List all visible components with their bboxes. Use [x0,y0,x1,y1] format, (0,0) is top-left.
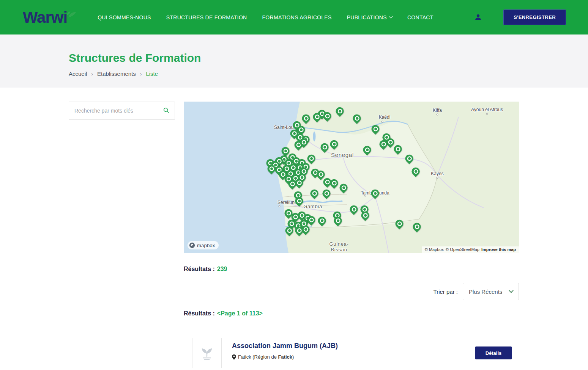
breadcrumb-accueil[interactable]: Accueil [69,71,87,77]
details-button[interactable]: Détails [475,346,512,359]
pagination-label: Résultats : [184,310,215,317]
map-pin[interactable] [321,188,332,199]
mapbox-icon [189,242,195,248]
page-head: Structures de Formation Accueil › Etabli… [0,34,588,88]
map-pin[interactable] [394,218,405,229]
attribution-mapbox: © Mapbox [425,247,444,252]
establishment-thumbnail [192,338,222,368]
results-count: 239 [217,266,227,272]
results-column: Saint-LouisKiffaAyoun el AtrousKaédiSene… [184,102,519,368]
attribution-osm: © OpenStreetMap [446,247,479,252]
register-button[interactable]: S'ENREGISTRER [503,9,566,25]
map-pin[interactable] [348,204,359,215]
map-pin[interactable] [319,141,330,153]
map-pins-layer [184,102,519,253]
map-pin[interactable] [328,138,340,150]
map-pin[interactable] [404,153,415,164]
map-pin[interactable] [369,188,381,199]
logo[interactable]: Warwi [23,9,74,25]
breadcrumb-liste: Liste [146,71,158,77]
location-text: Fatick (Région de Fatick) [238,354,294,360]
results-label: Résultats : [184,266,215,272]
search-button[interactable] [163,107,169,114]
page-title: Structures de Formation [69,51,588,64]
sort-label: Trier par : [434,288,458,295]
map-pin[interactable] [300,113,312,124]
sort-selected-value: Plus Récents [469,288,502,295]
establishment-card: Association Jamm Bugum (AJB) Fatick (Rég… [184,338,519,368]
chevron-down-icon [509,288,514,293]
logo-text: Warwi [23,8,67,26]
search-box [69,102,175,120]
chevron-down-icon [389,15,393,19]
map-pin[interactable] [338,182,349,193]
search-icon [163,107,169,114]
pagination-pages[interactable]: <Page 1 of 113> [217,310,263,317]
establishment-location: Fatick (Région de Fatick) [232,354,338,360]
map-pin[interactable] [410,166,421,177]
breadcrumb: Accueil › Etablissements › Liste [69,71,588,77]
mapbox-logo-text: mapbox [197,243,215,248]
map-pin[interactable] [351,113,363,124]
nav-item-structures-de-formation[interactable]: STRUCTURES DE FORMATION [166,14,247,20]
sort-dropdown[interactable]: Plus Récents [463,283,519,300]
nav-item-qui-sommes-nous[interactable]: QUI SOMMES-NOUS [98,14,151,20]
leaf-icon [66,5,77,21]
mapbox-logo[interactable]: mapbox [188,241,219,249]
main-header: Warwi QUI SOMMES-NOUS STRUCTURES DE FORM… [0,0,588,34]
location-pin-icon [232,354,236,360]
establishment-title[interactable]: Association Jamm Bugum (AJB) [232,342,338,350]
page: Warwi QUI SOMMES-NOUS STRUCTURES DE FORM… [0,0,588,370]
map-pin[interactable] [306,153,317,164]
establishment-info: Association Jamm Bugum (AJB) Fatick (Rég… [232,338,338,368]
nav-item-formations-agricoles[interactable]: FORMATIONS AGRICOLES [262,14,332,20]
main-nav: QUI SOMMES-NOUS STRUCTURES DE FORMATION … [98,14,434,20]
nav-item-contact[interactable]: CONTACT [407,14,434,20]
plant-placeholder-icon [199,345,215,361]
breadcrumb-etablissements[interactable]: Etablissements [97,71,136,77]
map-pin[interactable] [370,123,381,135]
map-pin[interactable] [411,221,422,232]
nav-item-publications[interactable]: PUBLICATIONS [347,14,392,20]
pagination-line: Résultats :<Page 1 of 113> [184,310,519,317]
map[interactable]: Saint-LouisKiffaAyoun el AtrousKaédiSene… [184,102,519,253]
results-count-line: Résultats :239 [184,266,519,273]
breadcrumb-separator: › [140,71,142,77]
improve-map-link[interactable]: Improve this map [481,247,516,252]
sort-row: Trier par : Plus Récents [184,283,519,300]
user-icon[interactable] [474,13,482,21]
map-pin[interactable] [361,144,373,155]
header-right: S'ENREGISTRER [474,9,566,25]
filters-sidebar [69,102,175,120]
map-pin[interactable] [309,188,320,199]
map-pin[interactable] [334,105,345,117]
map-pin[interactable] [316,215,328,226]
map-attribution: © Mapbox © OpenStreetMap Improve this ma… [422,246,519,253]
breadcrumb-separator: › [91,71,93,77]
search-input[interactable] [74,108,163,114]
main-content: Saint-LouisKiffaAyoun el AtrousKaédiSene… [69,102,519,368]
map-pin[interactable] [392,143,404,155]
